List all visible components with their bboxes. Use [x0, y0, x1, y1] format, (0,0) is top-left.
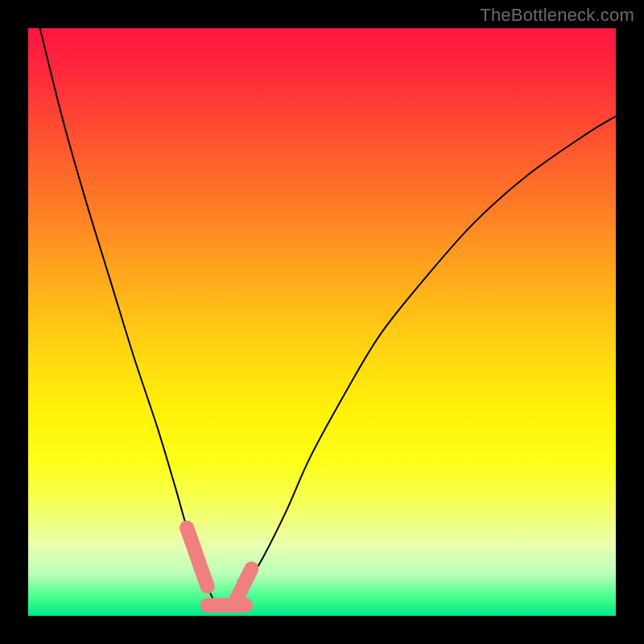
curve-svg: [28, 28, 616, 616]
plot-area: [28, 28, 616, 616]
chart-frame: TheBottleneck.com: [0, 0, 644, 644]
left-highlight: [187, 528, 208, 587]
bottleneck-curve: [40, 28, 616, 607]
watermark-text: TheBottleneck.com: [480, 5, 634, 26]
